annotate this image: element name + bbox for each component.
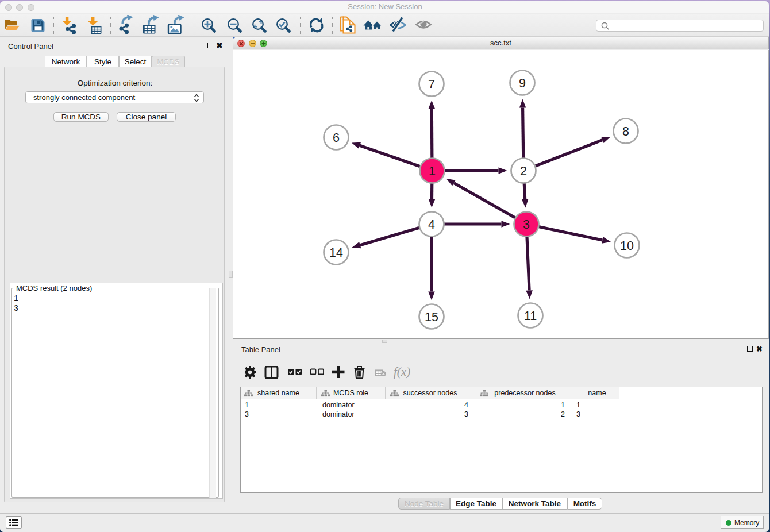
svg-text:3: 3	[523, 218, 530, 232]
svg-text:11: 11	[524, 309, 537, 323]
svg-text:1: 1	[429, 164, 436, 178]
svg-text:9: 9	[519, 76, 526, 90]
svg-text:15: 15	[425, 310, 438, 324]
svg-text:8: 8	[622, 125, 629, 138]
svg-text:2: 2	[520, 164, 527, 178]
svg-text:f(x): f(x)	[394, 366, 410, 379]
svg-text:7: 7	[428, 78, 435, 91]
svg-text:14: 14	[329, 246, 343, 260]
svg-text:10: 10	[620, 239, 634, 253]
svg-text:4: 4	[428, 218, 435, 232]
svg-text:6: 6	[333, 131, 340, 145]
